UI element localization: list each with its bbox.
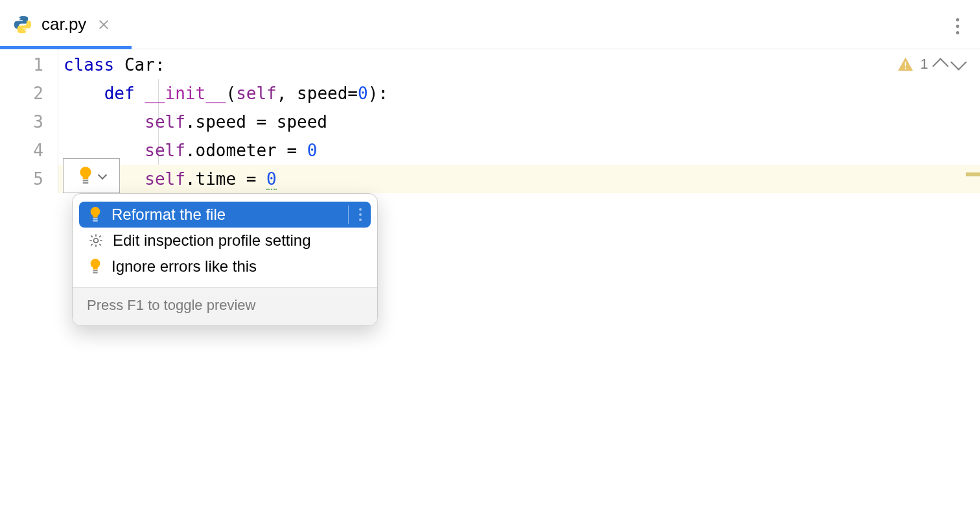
line-number-gutter: 1 2 3 4 5: [0, 49, 58, 193]
svg-rect-4: [93, 218, 97, 220]
svg-rect-1: [905, 67, 906, 69]
code-line-1[interactable]: class Car:: [64, 51, 980, 79]
intention-item-reformat[interactable]: Reformat the file: [79, 202, 371, 228]
line-number: 5: [0, 165, 43, 193]
chevron-down-icon: [98, 170, 107, 179]
bulb-icon: [88, 257, 102, 276]
intention-item-ignore[interactable]: Ignore errors like this: [79, 254, 371, 279]
intention-popup: Reformat the file Edit inspection profil…: [72, 193, 378, 326]
tab-car-py[interactable]: car.py: [0, 0, 122, 49]
inspection-badge[interactable]: 1: [897, 56, 964, 73]
python-icon: [13, 15, 32, 34]
svg-rect-3: [83, 182, 89, 183]
svg-rect-7: [93, 272, 97, 274]
intention-list: Reformat the file Edit inspection profil…: [73, 194, 377, 287]
gear-icon: [88, 233, 104, 248]
separator: [348, 206, 349, 224]
intention-item-label: Reformat the file: [111, 206, 226, 224]
scrollbar-marker[interactable]: [966, 172, 980, 176]
intention-item-label: Ignore errors like this: [111, 257, 257, 276]
warning-icon: [897, 56, 914, 73]
next-problem-icon[interactable]: [950, 54, 966, 70]
popup-footer: Press F1 to toggle preview: [73, 287, 377, 325]
line-number: 4: [0, 136, 43, 165]
svg-rect-5: [93, 220, 97, 222]
tab-bar: car.py: [0, 0, 980, 49]
line-number: 2: [0, 79, 43, 108]
code-area[interactable]: class Car: def __init__(self, speed=0): …: [58, 49, 980, 193]
bulb-icon: [88, 206, 102, 224]
more-icon[interactable]: [359, 208, 362, 221]
line-number: 1: [0, 51, 43, 79]
code-editor[interactable]: 1 2 3 4 5 class Car: def __init__(self, …: [0, 49, 980, 193]
svg-rect-0: [905, 62, 906, 67]
intention-item-edit-profile[interactable]: Edit inspection profile setting: [79, 228, 371, 254]
svg-rect-6: [93, 270, 97, 272]
code-line-2[interactable]: def __init__(self, speed=0):: [64, 79, 980, 108]
more-menu-icon[interactable]: [956, 18, 959, 34]
inspection-count: 1: [920, 56, 928, 73]
line-number: 3: [0, 108, 43, 136]
close-icon[interactable]: [98, 19, 110, 30]
code-line-4[interactable]: self.odometer = 0: [64, 136, 980, 165]
tab-label: car.py: [41, 14, 86, 34]
intention-bulb-button[interactable]: [63, 158, 120, 193]
intention-item-label: Edit inspection profile setting: [113, 231, 311, 250]
prev-problem-icon[interactable]: [932, 58, 948, 74]
code-line-3[interactable]: self.speed = speed: [64, 108, 980, 136]
svg-rect-2: [83, 180, 89, 181]
bulb-icon: [77, 165, 94, 186]
code-line-5[interactable]: self.time = 0: [64, 165, 980, 193]
